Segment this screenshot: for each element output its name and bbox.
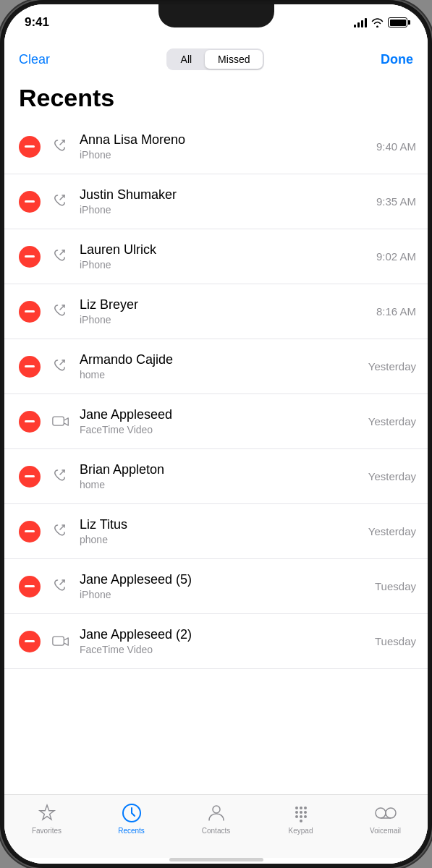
call-name: Anna Lisa Moreno — [80, 132, 376, 148]
phone-icon — [53, 579, 69, 595]
svg-point-23 — [386, 808, 396, 818]
svg-point-11 — [213, 806, 220, 813]
phone-icon — [53, 139, 69, 155]
delete-button[interactable] — [19, 136, 41, 158]
call-subtype: FaceTime Video — [80, 424, 368, 435]
phone-icon — [53, 304, 69, 320]
delete-button[interactable] — [19, 631, 41, 652]
svg-point-14 — [304, 807, 307, 809]
delete-button[interactable] — [19, 411, 41, 433]
delete-button[interactable] — [19, 576, 41, 597]
page-title: Recents — [4, 78, 428, 119]
person-icon — [206, 803, 226, 823]
phone-icon — [53, 249, 69, 265]
delete-button[interactable] — [19, 356, 41, 378]
call-type-icon — [51, 137, 71, 157]
svg-point-19 — [300, 815, 302, 818]
home-indicator — [4, 858, 428, 864]
call-name: Jane Appleseed — [80, 407, 368, 422]
svg-point-21 — [300, 820, 302, 822]
star-icon — [36, 802, 58, 824]
delete-button[interactable] — [19, 521, 41, 542]
call-item[interactable]: Armando Cajide home Yesterday — [4, 339, 428, 394]
person-icon — [206, 802, 227, 824]
call-time: Yesterday — [368, 360, 416, 373]
call-name: Armando Cajide — [80, 352, 368, 367]
call-item[interactable]: Lauren Ulrick iPhone 9:02 AM — [4, 229, 428, 284]
svg-rect-9 — [53, 637, 64, 645]
call-type-icon — [51, 302, 71, 322]
call-subtype: FaceTime Video — [80, 644, 375, 655]
facetime-icon — [52, 414, 69, 429]
call-item[interactable]: Anna Lisa Moreno iPhone 9:40 AM — [4, 119, 428, 174]
call-name: Liz Titus — [80, 517, 368, 532]
call-name: Jane Appleseed (5) — [80, 572, 375, 587]
tab-item-voicemail[interactable]: Voicemail — [360, 802, 411, 835]
done-button[interactable]: Done — [381, 52, 413, 67]
call-item[interactable]: Liz Titus phone Yesterday — [4, 504, 428, 559]
phone-icon — [53, 194, 69, 210]
delete-button[interactable] — [19, 301, 41, 323]
tab-item-favorites[interactable]: Favorites — [22, 802, 72, 835]
call-time: Yesterday — [368, 470, 416, 482]
call-subtype: home — [80, 369, 368, 380]
battery-icon — [388, 17, 407, 27]
phone-screen: 9:41 — [4, 4, 428, 864]
status-time: 9:41 — [25, 15, 49, 30]
tab-label: Contacts — [202, 827, 230, 835]
call-item[interactable]: Jane Appleseed (5) iPhone Tuesday — [4, 559, 428, 614]
keypad-icon — [290, 802, 312, 824]
call-item[interactable]: Brian Appleton home Yesterday — [4, 449, 428, 504]
tab-item-recents[interactable]: Recents — [106, 802, 157, 835]
notch — [158, 4, 274, 27]
segment-missed[interactable]: Missed — [205, 50, 263, 69]
tab-label: Keypad — [289, 827, 313, 835]
tab-label: Favorites — [32, 827, 62, 835]
svg-point-22 — [376, 808, 386, 818]
call-subtype: iPhone — [80, 149, 376, 161]
svg-point-17 — [304, 811, 307, 814]
tab-label: Recents — [118, 827, 145, 835]
call-type-icon — [51, 192, 71, 212]
call-name: Liz Breyer — [80, 297, 376, 312]
svg-line-0 — [60, 140, 64, 145]
delete-button[interactable] — [19, 246, 41, 268]
tab-bar: Favorites Recents Contacts Keypad Voicem… — [4, 794, 428, 858]
svg-line-6 — [60, 470, 64, 475]
call-item[interactable]: Jane Appleseed FaceTime Video Yesterday — [4, 394, 428, 449]
call-subtype: iPhone — [80, 204, 376, 216]
call-type-icon — [51, 631, 71, 652]
svg-point-13 — [300, 807, 302, 809]
segment-all[interactable]: All — [168, 50, 206, 69]
phone-frame: 9:41 — [0, 0, 432, 868]
phone-icon — [53, 359, 69, 375]
signal-icon — [354, 17, 367, 27]
call-item[interactable]: Justin Shumaker iPhone 9:35 AM — [4, 174, 428, 229]
call-item[interactable]: Liz Breyer iPhone 8:16 AM — [4, 284, 428, 339]
svg-line-8 — [60, 580, 64, 584]
tab-item-keypad[interactable]: Keypad — [276, 802, 326, 835]
call-name: Lauren Ulrick — [80, 242, 376, 258]
call-time: Yesterday — [368, 415, 416, 427]
call-type-icon — [51, 247, 71, 267]
call-subtype: iPhone — [80, 589, 375, 600]
clock-icon — [121, 802, 143, 824]
voicemail-icon — [375, 802, 397, 824]
clear-button[interactable]: Clear — [19, 52, 50, 67]
facetime-icon — [52, 634, 69, 649]
call-item[interactable]: Jane Appleseed (2) FaceTime Video Tuesda… — [4, 614, 428, 669]
recents-list: Anna Lisa Moreno iPhone 9:40 AM Justin S… — [4, 119, 428, 794]
svg-point-20 — [304, 815, 307, 818]
call-time: Yesterday — [368, 525, 416, 537]
svg-point-16 — [300, 811, 302, 814]
svg-line-4 — [60, 360, 64, 365]
call-name: Brian Appleton — [80, 462, 368, 477]
call-name: Justin Shumaker — [80, 187, 376, 203]
status-bar: 9:41 — [4, 4, 428, 41]
keypad-icon — [291, 803, 311, 823]
tab-item-contacts[interactable]: Contacts — [191, 802, 242, 835]
delete-button[interactable] — [19, 191, 41, 213]
delete-button[interactable] — [19, 466, 41, 488]
call-name: Jane Appleseed (2) — [80, 627, 375, 642]
call-type-icon — [51, 467, 71, 487]
